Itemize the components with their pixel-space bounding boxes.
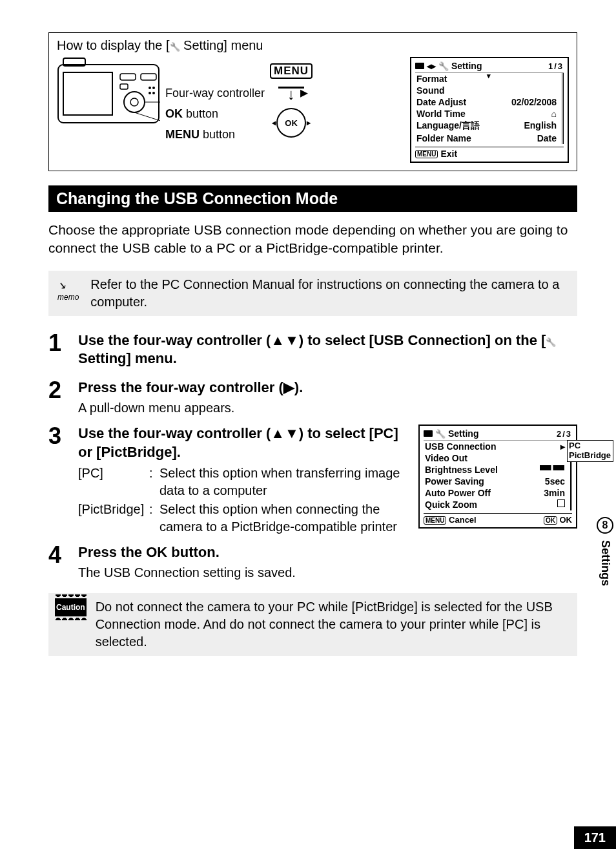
lcd2-title: Setting bbox=[448, 428, 478, 439]
step-3-number: 3 bbox=[48, 424, 68, 535]
lcd2-ok-key: OK bbox=[544, 516, 557, 525]
step-4: 4 Press the OK button. The USB Connectio… bbox=[48, 543, 577, 582]
howto-title: How to display the [ Setting] menu bbox=[57, 38, 569, 53]
lcd1-lang-value: English bbox=[524, 120, 557, 132]
lcd2-cancel-key: MENU bbox=[424, 516, 446, 525]
caution-icon: Caution bbox=[55, 598, 87, 616]
step-2: 2 Press the four-way controller (▶). A p… bbox=[48, 379, 577, 417]
lcd2-row-powersave: Power Saving bbox=[425, 476, 484, 487]
arrow-down-icon: ↓▸ bbox=[270, 85, 313, 89]
lcd1-row-language: Language/言語 bbox=[416, 120, 480, 132]
brightness-slider-icon bbox=[539, 465, 565, 471]
nav-arrows-icon: ◂▸ bbox=[427, 61, 436, 71]
camera-mode-icon bbox=[415, 63, 424, 69]
lcd2-ok-text: OK bbox=[560, 515, 573, 525]
chapter-label: Settings bbox=[599, 540, 612, 586]
def-pictbridge: [PictBridge] : Select this option when c… bbox=[78, 501, 409, 536]
svg-point-8 bbox=[149, 87, 151, 89]
step-3-head: Use the four-way controller (▲▼) to sele… bbox=[78, 424, 409, 461]
section-heading: Changing the USB Connection Mode bbox=[48, 185, 577, 212]
lcd1-row-format: Format bbox=[416, 74, 447, 84]
svg-point-4 bbox=[130, 98, 138, 106]
lcd2-row-video: Video Out bbox=[425, 453, 467, 463]
page: How to display the [ Setting] menu bbox=[0, 0, 616, 656]
usb-opt-pictbridge: PictBridge bbox=[569, 450, 611, 460]
lcd1-row-date: Date Adjust bbox=[416, 97, 466, 107]
step-1-head: Use the four-way controller (▲▼) to sele… bbox=[78, 331, 577, 368]
memo-icon: ↘memo bbox=[55, 276, 81, 306]
lcd2-row-autopower: Auto Power Off bbox=[425, 488, 491, 498]
ok-circle-text: OK bbox=[285, 118, 298, 128]
step-3: 3 Use the four-way controller (▲▼) to se… bbox=[48, 424, 577, 535]
label-menu-rest: button bbox=[200, 128, 235, 141]
step-2-sub: A pull-down menu appears. bbox=[78, 399, 577, 417]
step-4-sub: The USB Connection setting is saved. bbox=[78, 564, 577, 582]
svg-rect-7 bbox=[120, 84, 128, 89]
svg-line-13 bbox=[134, 112, 160, 123]
def-pc: [PC] : Select this option when transferr… bbox=[78, 465, 409, 499]
memo-text: Refer to the PC Connection Manual for in… bbox=[90, 276, 571, 311]
wrench-icon bbox=[438, 61, 449, 71]
lcd1-row-folder: Folder Name bbox=[416, 133, 471, 143]
home-icon bbox=[551, 109, 557, 119]
lcd1-row-sound: Sound bbox=[416, 85, 445, 96]
wrench-icon bbox=[435, 428, 446, 439]
lcd1-title: Setting bbox=[451, 61, 482, 71]
svg-line-14 bbox=[123, 76, 160, 134]
step-1-number: 1 bbox=[48, 331, 68, 371]
page-number: 171 bbox=[574, 826, 616, 849]
wrench-icon bbox=[170, 38, 180, 52]
caution-text: Do not connect the camera to your PC whi… bbox=[96, 598, 571, 651]
lcd1-folder-value: Date bbox=[537, 133, 557, 143]
caution-note: Caution Do not connect the camera to you… bbox=[48, 593, 577, 656]
ok-button-icon: OK bbox=[276, 108, 306, 138]
lcd1-exit-text: Exit bbox=[440, 149, 457, 159]
lcd2-row-zoom: Quick Zoom bbox=[425, 499, 477, 510]
lcd-screen-setting-2: Setting 2/3 USB Connection ▸ PC PictBrid… bbox=[418, 424, 577, 529]
howto-title-pre: How to display the [ bbox=[57, 38, 170, 52]
wrench-icon bbox=[546, 332, 556, 348]
label-menu-bold: MENU bbox=[165, 128, 200, 141]
label-ok-rest: button bbox=[183, 107, 218, 120]
button-sequence: MENU ↓▸ OK bbox=[270, 57, 313, 138]
lcd1-date-value: 02/02/2008 bbox=[511, 97, 557, 107]
lcd1-row-worldtime: World Time bbox=[416, 109, 466, 119]
down-indicator-icon: ▾ bbox=[487, 72, 491, 80]
svg-rect-5 bbox=[120, 74, 136, 80]
lcd1-page: 1/3 bbox=[548, 61, 564, 71]
lcd2-cancel-text: Cancel bbox=[449, 515, 477, 525]
chapter-tab: 8 Settings bbox=[594, 517, 616, 659]
svg-point-11 bbox=[152, 92, 155, 94]
chapter-number: 8 bbox=[597, 517, 613, 534]
step-4-number: 4 bbox=[48, 543, 68, 582]
lcd-screen-setting-1: ◂▸ Setting 1/3 ▾ Format Sound Date Adjus… bbox=[410, 57, 569, 163]
lcd2-row-brightness: Brightness Level bbox=[425, 465, 498, 475]
lcd2-row-usb: USB Connection bbox=[425, 441, 496, 452]
label-fourway: Four-way controller bbox=[165, 87, 265, 100]
step-1: 1 Use the four-way controller (▲▼) to se… bbox=[48, 331, 577, 371]
usb-dropdown: PC PictBridge bbox=[567, 440, 613, 462]
label-ok-bold: OK bbox=[165, 107, 183, 120]
svg-point-9 bbox=[152, 87, 155, 89]
memo-note: ↘memo Refer to the PC Connection Manual … bbox=[48, 271, 577, 316]
step-2-head: Press the four-way controller (▶). bbox=[78, 379, 577, 397]
step-4-head: Press the OK button. bbox=[78, 543, 577, 562]
intro-paragraph: Choose the appropriate USB connection mo… bbox=[48, 221, 577, 258]
menu-button-icon: MENU bbox=[270, 63, 313, 79]
lcd2-page: 2/3 bbox=[557, 429, 572, 439]
lcd1-exit-key: MENU bbox=[415, 150, 438, 158]
svg-rect-6 bbox=[141, 74, 156, 80]
camera-labels: Four-way controller OK button MENU butto… bbox=[165, 57, 265, 145]
usb-opt-pc: PC bbox=[569, 441, 611, 450]
checkbox-icon bbox=[557, 499, 565, 507]
camera-back-illustration bbox=[57, 57, 160, 134]
step-2-number: 2 bbox=[48, 379, 68, 417]
howto-title-post: Setting] menu bbox=[180, 38, 263, 52]
howto-box: How to display the [ Setting] menu bbox=[48, 32, 577, 171]
svg-rect-2 bbox=[63, 72, 112, 115]
camera-mode-icon bbox=[424, 430, 433, 437]
svg-point-3 bbox=[124, 92, 145, 112]
svg-point-10 bbox=[149, 92, 151, 94]
